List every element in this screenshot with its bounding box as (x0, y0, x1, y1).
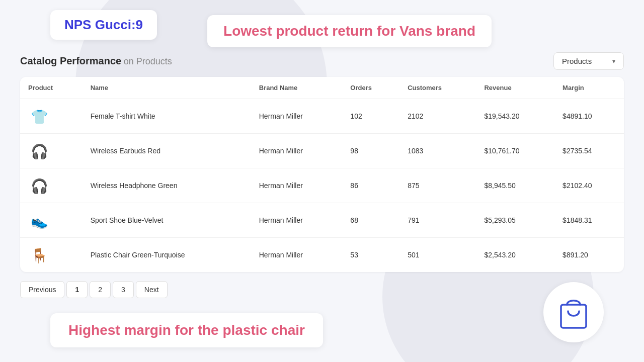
product-icon-cell: 🎧 (20, 134, 83, 168)
product-margin-cell: $891.20 (554, 238, 624, 273)
svg-text:🎧: 🎧 (31, 178, 48, 195)
product-revenue-cell: $5,293.05 (476, 203, 554, 238)
product-margin-cell: $2735.54 (554, 134, 624, 168)
chevron-down-icon: ▾ (612, 58, 615, 65)
page-3-button[interactable]: 3 (113, 281, 134, 298)
col-product: Product (20, 77, 83, 99)
product-customers-cell: 875 (399, 168, 476, 203)
col-orders: Orders (342, 77, 399, 99)
product-revenue-cell: $10,761.70 (476, 134, 554, 168)
page-2-button[interactable]: 2 (90, 281, 111, 298)
product-customers-cell: 2102 (399, 99, 476, 134)
product-icon-cell: 👟 (20, 203, 83, 238)
product-customers-cell: 1083 (399, 134, 476, 168)
col-customers: Customers (399, 77, 476, 99)
product-margin-cell: $2102.40 (554, 168, 624, 203)
product-brand-cell: Herman Miller (251, 134, 343, 168)
product-orders-cell: 68 (342, 203, 399, 238)
svg-text:👕: 👕 (31, 109, 48, 125)
product-revenue-cell: $19,543.20 (476, 99, 554, 134)
previous-button[interactable]: Previous (20, 281, 64, 298)
product-icon-cell: 🪑 (20, 238, 83, 273)
table-header-row: Product Name Brand Name Orders Customers… (20, 77, 624, 99)
product-name-cell: Sport Shoe Blue-Velvet (83, 203, 251, 238)
tooltip-bottom-bubble: Highest margin for the plastic chair (50, 313, 323, 347)
section-header: Catalog Performance on Products Products… (20, 52, 624, 70)
col-revenue: Revenue (476, 77, 554, 99)
product-brand-cell: Herman Miller (251, 99, 343, 134)
product-orders-cell: 86 (342, 168, 399, 203)
product-name-cell: Wireless Headphone Green (83, 168, 251, 203)
nps-label: NPS Gucci:9 (64, 17, 143, 32)
tooltip-top-bubble: Lowest product return for Vans brand (207, 15, 492, 47)
product-margin-cell: $4891.10 (554, 99, 624, 134)
products-dropdown[interactable]: Products ▾ (553, 52, 624, 70)
section-title: Catalog Performance on Products (20, 55, 172, 67)
product-icon-cell: 🎧 (20, 168, 83, 203)
page-1-button[interactable]: 1 (66, 281, 88, 298)
table-row: 👕 Female T-shirt White Herman Miller 102… (20, 99, 624, 134)
product-orders-cell: 102 (342, 99, 399, 134)
shopping-bag-svg-icon (556, 292, 591, 332)
tooltip-top-text: Lowest product return for Vans brand (223, 23, 475, 39)
table-row: 👟 Sport Shoe Blue-Velvet Herman Miller 6… (20, 203, 624, 238)
product-revenue-cell: $8,945.50 (476, 168, 554, 203)
product-brand-cell: Herman Miller (251, 238, 343, 273)
col-name: Name (83, 77, 251, 99)
product-orders-cell: 53 (342, 238, 399, 273)
shopping-bag-icon-circle (543, 282, 604, 342)
product-brand-cell: Herman Miller (251, 168, 343, 203)
dropdown-label: Products (562, 57, 592, 65)
svg-text:🪑: 🪑 (31, 247, 48, 264)
svg-text:👟: 👟 (31, 213, 48, 229)
product-customers-cell: 791 (399, 203, 476, 238)
nps-bubble: NPS Gucci:9 (50, 10, 157, 40)
table-row: 🎧 Wireless Earbuds Red Herman Miller 98 … (20, 134, 624, 168)
product-name-cell: Plastic Chair Green-Turquoise (83, 238, 251, 273)
product-icon-cell: 👕 (20, 99, 83, 134)
product-name-cell: Wireless Earbuds Red (83, 134, 251, 168)
col-margin: Margin (554, 77, 624, 99)
col-brand: Brand Name (251, 77, 343, 99)
product-name-cell: Female T-shirt White (83, 99, 251, 134)
table-row: 🎧 Wireless Headphone Green Herman Miller… (20, 168, 624, 203)
table-row: 🪑 Plastic Chair Green-Turquoise Herman M… (20, 238, 624, 273)
product-revenue-cell: $2,543.20 (476, 238, 554, 273)
next-button[interactable]: Next (136, 281, 168, 298)
tooltip-bottom-text: Highest margin for the plastic chair (68, 322, 305, 338)
product-margin-cell: $1848.31 (554, 203, 624, 238)
product-customers-cell: 501 (399, 238, 476, 273)
pagination: Previous 1 2 3 Next (20, 281, 323, 298)
product-orders-cell: 98 (342, 134, 399, 168)
svg-text:🎧: 🎧 (31, 143, 48, 160)
product-brand-cell: Herman Miller (251, 203, 343, 238)
catalog-table: Product Name Brand Name Orders Customers… (20, 77, 624, 272)
